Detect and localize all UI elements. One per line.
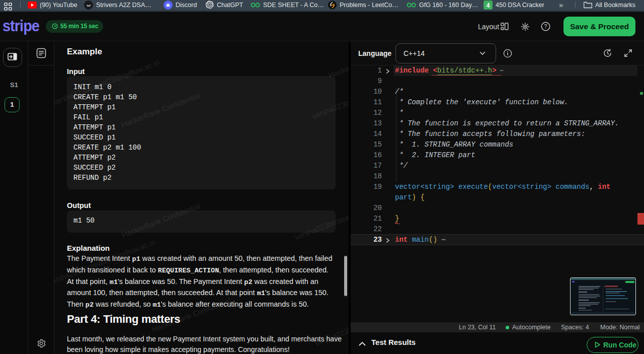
svg-text:?: ? <box>544 23 547 29</box>
svg-text:4: 4 <box>487 2 490 9</box>
svg-text:tuf: tuf <box>87 4 91 7</box>
